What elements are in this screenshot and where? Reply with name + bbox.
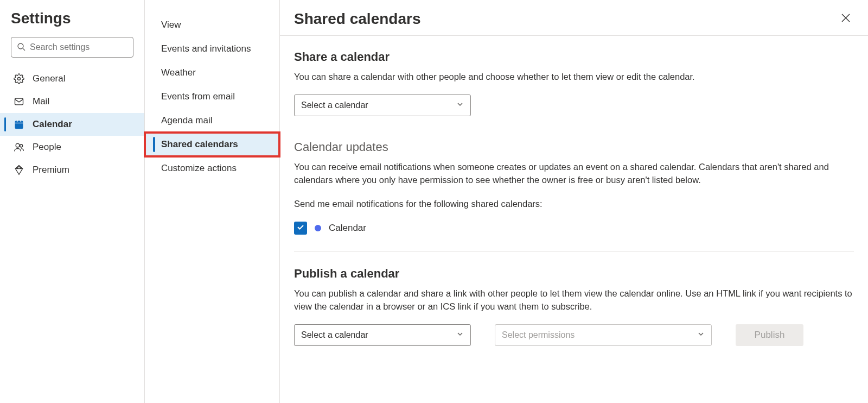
svg-point-10 [20, 144, 23, 147]
settings-title: Settings [0, 10, 144, 37]
nav-item-mail[interactable]: Mail [0, 90, 144, 113]
svg-line-1 [23, 48, 25, 51]
updates-heading: Calendar updates [294, 140, 854, 154]
nav-item-people[interactable]: People [0, 136, 144, 159]
search-icon [17, 42, 25, 53]
svg-point-2 [18, 78, 21, 80]
nav-label: Premium [33, 165, 69, 175]
publish-button[interactable]: Publish [736, 324, 803, 346]
page-title: Shared calendars [294, 10, 420, 28]
nav-item-calendar[interactable]: Calendar [0, 113, 144, 136]
close-button[interactable] [838, 10, 854, 28]
nav-item-general[interactable]: General [0, 67, 144, 90]
svg-point-9 [16, 143, 20, 147]
chevron-down-icon [456, 100, 464, 110]
chevron-down-icon [697, 330, 705, 340]
nav-label: General [33, 73, 65, 84]
calendar-checkbox-label: Calendar [329, 223, 366, 234]
updates-subtext: Send me email notifications for the foll… [294, 198, 854, 211]
publish-heading: Publish a calendar [294, 267, 854, 281]
gear-icon [13, 73, 25, 85]
sub-item-view[interactable]: View [145, 13, 279, 37]
settings-subnav: View Events and invitations Weather Even… [145, 0, 280, 403]
premium-icon [13, 164, 25, 176]
share-calendar-select[interactable]: Select a calendar [294, 95, 471, 116]
calendar-icon [13, 118, 25, 130]
nav-label: Mail [33, 96, 49, 107]
share-description: You can share a calendar with other peop… [294, 71, 854, 84]
sub-item-customize-actions[interactable]: Customize actions [145, 156, 279, 180]
dropdown-value: Select a calendar [301, 330, 368, 340]
mail-icon [13, 96, 25, 108]
dropdown-value: Select permissions [502, 330, 575, 340]
sub-item-agenda-mail[interactable]: Agenda mail [145, 109, 279, 133]
search-box[interactable] [11, 37, 133, 58]
search-input[interactable] [30, 42, 138, 52]
people-icon [13, 141, 25, 153]
calendar-notifications-checkbox[interactable] [294, 222, 307, 235]
publish-description: You can publish a calendar and share a l… [294, 287, 854, 313]
calendar-color-dot [315, 225, 321, 231]
chevron-down-icon [456, 330, 464, 340]
close-icon [841, 16, 851, 24]
svg-rect-3 [15, 98, 23, 105]
svg-point-0 [18, 43, 23, 49]
sub-item-events-from-email[interactable]: Events from email [145, 85, 279, 109]
settings-sidebar: Settings General Mail [0, 0, 145, 403]
sub-item-shared-calendars[interactable]: Shared calendars [145, 133, 279, 156]
sub-item-weather[interactable]: Weather [145, 61, 279, 85]
section-divider [294, 251, 854, 251]
check-icon [296, 223, 305, 233]
nav-label: People [33, 142, 61, 153]
publish-calendar-select[interactable]: Select a calendar [294, 324, 471, 346]
publish-permissions-select[interactable]: Select permissions [495, 324, 712, 346]
sub-item-events-invitations[interactable]: Events and invitations [145, 37, 279, 61]
share-heading: Share a calendar [294, 50, 854, 64]
nav-item-premium[interactable]: Premium [0, 159, 144, 181]
main-panel: Shared calendars Share a calendar You ca… [280, 0, 868, 403]
dropdown-value: Select a calendar [301, 100, 368, 110]
updates-description: You can receive email notifications when… [294, 161, 854, 187]
nav-label: Calendar [33, 119, 72, 130]
